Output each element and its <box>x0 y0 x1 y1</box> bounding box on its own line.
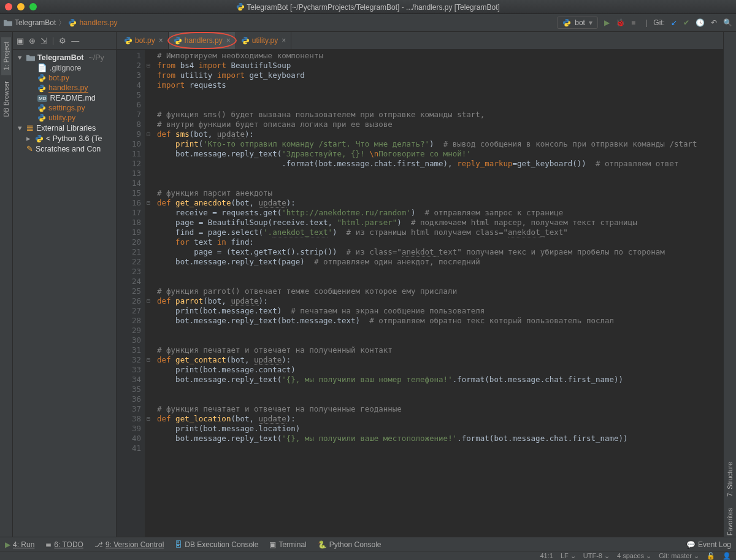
tree-item-settings[interactable]: settings.py <box>13 103 116 113</box>
navbar-right: bot ▾ ▶ 🐞 ■ | Git: ↙ ✔ 🕓 ↶ 🔍 <box>557 17 732 29</box>
db-console-tool-tab[interactable]: 🗄DB Execution Console <box>175 540 258 549</box>
tree-item-bot[interactable]: bot.py <box>13 73 116 83</box>
tree-item-python[interactable]: ▸ < Python 3.6 (Te <box>13 133 116 144</box>
todo-tool-tab[interactable]: ≣6: TODO <box>45 540 83 549</box>
python-console-tool-tab[interactable]: 🐍Python Console <box>318 540 381 549</box>
editor[interactable]: 1234567891011121314151617181920212223242… <box>117 50 723 553</box>
run-tool-tab[interactable]: ▶4: Run <box>5 540 34 549</box>
left-tool-window-bar: 1: Project DB Browser <box>0 32 13 553</box>
chevron-down-icon: ▾ <box>589 18 592 27</box>
tree-item-external[interactable]: ▾ 𝌆 External Libraries <box>13 123 116 133</box>
breadcrumb-file[interactable]: handlers.py <box>79 18 117 27</box>
maximize-icon[interactable] <box>29 3 37 10</box>
python-icon <box>37 104 46 112</box>
python-icon <box>37 113 46 122</box>
fold-gutter[interactable]: ⊟⊟⊟⊟⊟⊟ <box>145 50 152 553</box>
history-button[interactable]: 🕓 <box>696 18 705 27</box>
vcs-tool-tab[interactable]: ⎇9: Version Control <box>94 540 164 549</box>
commit-button[interactable]: ✔ <box>683 18 689 27</box>
breadcrumb[interactable]: TelegramBot 〉 handlers.py <box>4 18 117 28</box>
project-view-icon[interactable]: ▣ <box>17 36 24 45</box>
close-icon[interactable]: × <box>226 36 231 45</box>
terminal-tool-tab[interactable]: ▣Terminal <box>269 540 306 549</box>
indent[interactable]: 4 spaces ⌄ <box>617 552 651 560</box>
git-label: Git: <box>653 18 665 27</box>
tab-bot[interactable]: bot.py × <box>119 32 169 49</box>
python-icon <box>124 36 132 45</box>
tab-utility[interactable]: utility.py × <box>236 32 291 49</box>
python-icon <box>236 2 245 11</box>
run-config-dropdown[interactable]: bot ▾ <box>557 17 598 29</box>
close-icon[interactable] <box>5 3 12 10</box>
tree-item-readme[interactable]: MD README.md <box>13 93 116 103</box>
cursor-position[interactable]: 41:1 <box>540 552 553 559</box>
tree-root[interactable]: ▾ TelegramBot ~/Py <box>13 52 116 63</box>
hide-panel-icon[interactable]: — <box>71 36 79 45</box>
database-icon: 🗄 <box>175 540 182 549</box>
editor-area: bot.py × handlers.py × utility.py × 1234… <box>117 32 723 553</box>
right-tool-window-bar: 7: Structure 2: Favorites <box>723 32 736 553</box>
python-icon <box>37 84 46 93</box>
caret-right-icon[interactable]: ▸ <box>26 134 33 143</box>
python-icon <box>37 74 46 82</box>
python-icon <box>68 18 77 27</box>
revert-button[interactable]: ↶ <box>711 18 717 27</box>
tree-item-scratches[interactable]: ✎ Scratches and Con <box>13 144 116 154</box>
search-button[interactable]: 🔍 <box>723 18 732 27</box>
window-title: TelegramBot [~/PycharmProjects/TelegramB… <box>0 2 736 12</box>
chevron-right-icon: 〉 <box>58 18 66 28</box>
db-browser-tool-tab[interactable]: DB Browser <box>1 76 11 122</box>
project-panel-toolbar: ▣ ⊕ ⇲ | ⚙ — <box>13 32 116 50</box>
editor-tabs: bot.py × handlers.py × utility.py × <box>117 32 723 50</box>
python-console-icon: 🐍 <box>318 540 327 549</box>
python-icon <box>241 36 250 45</box>
structure-tool-tab[interactable]: 7: Structure <box>725 457 735 502</box>
scratch-icon: ✎ <box>26 144 33 153</box>
settings-gear-icon[interactable]: ⚙ <box>59 36 66 45</box>
update-project-button[interactable]: ↙ <box>671 18 677 27</box>
tab-handlers[interactable]: handlers.py × <box>169 32 236 49</box>
terminal-icon: ▣ <box>269 540 276 549</box>
caret-down-icon[interactable]: ▾ <box>18 123 24 132</box>
minimize-icon[interactable] <box>17 3 25 10</box>
tree-item-gitignore[interactable]: 📄.gitignore <box>13 63 116 73</box>
select-opened-file-icon[interactable]: ⊕ <box>29 36 36 45</box>
status-bar: 41:1 LF ⌄ UTF-8 ⌄ 4 spaces ⌄ Git: master… <box>0 551 736 560</box>
run-button[interactable]: ▶ <box>604 18 610 27</box>
caret-down-icon[interactable]: ▾ <box>18 53 24 62</box>
code-content[interactable]: # Импортируем необходимые компонентыfrom… <box>152 50 723 553</box>
run-config-label: bot <box>575 18 585 27</box>
project-tool-tab[interactable]: 1: Project <box>1 37 11 75</box>
folder-icon <box>26 54 35 61</box>
expand-all-icon[interactable]: ⇲ <box>40 36 47 45</box>
project-tree[interactable]: ▾ TelegramBot ~/Py 📄.gitignore bot.py ha… <box>13 50 116 156</box>
stop-button[interactable]: ■ <box>631 18 635 27</box>
inspector-icon[interactable]: 👤 <box>723 552 731 560</box>
tree-item-utility[interactable]: utility.py <box>13 113 116 123</box>
close-icon[interactable]: × <box>282 36 286 45</box>
project-panel: ▣ ⊕ ⇲ | ⚙ — ▾ TelegramBot ~/Py 📄.gitigno… <box>13 32 117 553</box>
python-icon <box>562 18 571 27</box>
git-branch[interactable]: Git: master ⌄ <box>659 552 699 560</box>
lock-icon[interactable]: 🔓 <box>707 552 715 560</box>
line-numbers: 1234567891011121314151617181920212223242… <box>117 50 145 553</box>
tree-item-handlers[interactable]: handlers.py <box>13 83 116 93</box>
debug-button[interactable]: 🐞 <box>616 18 625 27</box>
encoding[interactable]: UTF-8 ⌄ <box>583 552 610 560</box>
main: 1: Project DB Browser ▣ ⊕ ⇲ | ⚙ — ▾ Tele… <box>0 32 736 553</box>
breadcrumb-project[interactable]: TelegramBot <box>15 18 56 27</box>
python-icon <box>35 134 44 143</box>
libraries-icon: 𝌆 <box>26 123 34 132</box>
line-separator[interactable]: LF ⌄ <box>561 552 576 560</box>
navbar: TelegramBot 〉 handlers.py bot ▾ ▶ 🐞 ■ | … <box>0 14 736 32</box>
event-log-tool-tab[interactable]: 💬Event Log <box>686 540 731 549</box>
python-icon <box>174 36 182 45</box>
folder-icon <box>4 19 12 26</box>
window-controls <box>5 3 37 10</box>
bottom-tool-bar: ▶4: Run ≣6: TODO ⎇9: Version Control 🗄DB… <box>0 537 736 551</box>
close-icon[interactable]: × <box>159 36 163 45</box>
event-log-icon: 💬 <box>686 540 696 549</box>
md-icon: MD <box>37 95 47 102</box>
titlebar: TelegramBot [~/PycharmProjects/TelegramB… <box>0 0 736 14</box>
